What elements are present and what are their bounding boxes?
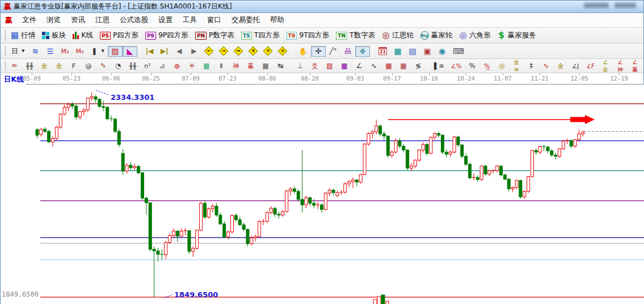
calculator-button[interactable]: ▦ bbox=[390, 46, 405, 57]
percent-tool[interactable]: % bbox=[465, 61, 479, 71]
go-first-button[interactable]: |◀ bbox=[142, 46, 157, 57]
candle-style-selector[interactable]: ❚▼ bbox=[87, 46, 107, 57]
red-grid-tool[interactable]: ▦ bbox=[381, 61, 396, 71]
gold-line2-tool[interactable]: 金 bbox=[553, 61, 568, 71]
shen-angle-tool[interactable]: ∠神 bbox=[613, 57, 628, 75]
volume-histogram-icon[interactable]: ◣ bbox=[123, 46, 137, 57]
structure-tool[interactable]: 品 bbox=[340, 46, 355, 57]
menu-item-window[interactable]: 窗口 bbox=[202, 14, 226, 27]
toolbar-grip[interactable] bbox=[3, 61, 6, 71]
toolbar-grip[interactable] bbox=[3, 30, 6, 41]
shen-grid-tool[interactable]: 神 bbox=[229, 61, 243, 71]
mark-tool[interactable]: Ⅱ bbox=[214, 61, 229, 71]
draw-pencil-tool[interactable]: ✏ bbox=[7, 61, 22, 71]
menu-item-news[interactable]: 资讯 bbox=[66, 14, 90, 27]
percent-slash-tool[interactable]: ∠% bbox=[448, 61, 465, 71]
p-number-table-button[interactable]: PNP数字表 bbox=[192, 29, 238, 42]
save-button[interactable]: ▣ bbox=[420, 46, 435, 57]
info-panel-icon[interactable]: ☰ bbox=[43, 46, 57, 57]
menu-item-help[interactable]: 帮助 bbox=[265, 14, 289, 27]
p9-square-button[interactable]: P99P四方形 bbox=[142, 29, 192, 42]
zoom-in-button[interactable]: ✛ bbox=[260, 46, 275, 56]
chart9-icon[interactable]: M₉ bbox=[72, 46, 87, 57]
j-angle-tool[interactable]: ∠J bbox=[568, 61, 583, 71]
zigzag-tool[interactable]: ∿ bbox=[367, 61, 381, 71]
menu-item-settings[interactable]: 设置 bbox=[153, 14, 178, 27]
p-square-button[interactable]: PSP四方形 bbox=[96, 29, 142, 42]
pan-both-button[interactable]: ↔ bbox=[231, 46, 246, 56]
hist-levels-tool[interactable]: ▌≡ bbox=[431, 61, 448, 71]
menu-item-browse[interactable]: 浏览 bbox=[41, 14, 66, 27]
toolbar-grip[interactable] bbox=[3, 46, 6, 56]
gann-fan-red-tool[interactable]: 爻 bbox=[308, 61, 322, 71]
n-square-tool[interactable]: n² bbox=[140, 61, 155, 71]
t-number-table-button[interactable]: TNT数字表 bbox=[332, 29, 378, 42]
span-measure-tool[interactable]: ↹ bbox=[273, 61, 288, 71]
gold-angle-tool[interactable]: ∠金 bbox=[598, 57, 613, 75]
protractor-tool[interactable]: ✎ bbox=[96, 61, 111, 71]
calendar-button[interactable]: 21 bbox=[375, 45, 390, 57]
gann-wheel-button[interactable]: ◎江恩轮 bbox=[378, 29, 417, 42]
hand-drag-tool[interactable]: ✋ bbox=[295, 46, 311, 57]
map-icon[interactable]: ▨ bbox=[108, 46, 123, 57]
f-angle-tool[interactable]: ∠F bbox=[583, 61, 598, 71]
spiral-tool[interactable]: @ bbox=[81, 61, 96, 71]
time-ruler-tool[interactable]: ╫╫ bbox=[125, 61, 140, 71]
p-number-table-button-label: P数字表 bbox=[209, 31, 234, 40]
chart-canvas[interactable]: 2334.33011849.65001849.6500 bbox=[1, 85, 644, 304]
parallel-lines-tool[interactable]: ≶ bbox=[411, 61, 426, 71]
winner-wheel-button[interactable]: Big赢家轮 bbox=[417, 29, 456, 42]
menu-item-formula-picker[interactable]: 公式选股 bbox=[115, 14, 153, 27]
pan-right-button[interactable]: → bbox=[216, 46, 231, 56]
radial-circle-tool[interactable]: ✳ bbox=[184, 61, 199, 71]
circle-ruler-tool[interactable]: ◔ bbox=[111, 61, 125, 71]
gann-fan-small-tool[interactable]: ⊿ bbox=[155, 61, 170, 71]
gold-grid2-tool[interactable]: 金 bbox=[52, 61, 66, 71]
t9-square-button[interactable]: T99T四方形 bbox=[283, 29, 333, 42]
sector-button[interactable]: 板块 bbox=[39, 29, 69, 42]
period-selector[interactable]: 日▼ bbox=[7, 46, 28, 57]
grid-circle-tool[interactable]: ▩ bbox=[199, 61, 214, 71]
zoom-out-button[interactable]: ✢ bbox=[275, 46, 290, 56]
pan-left-button[interactable]: ← bbox=[201, 46, 216, 56]
next-bar-button[interactable]: ▶ bbox=[187, 46, 201, 57]
gold-grid-tool[interactable]: 金 bbox=[37, 61, 52, 71]
prev-bar-button[interactable]: ◀ bbox=[172, 46, 187, 57]
gold-levels-tool[interactable]: 金≡ bbox=[509, 57, 524, 75]
go-last-button[interactable]: ▶| bbox=[157, 46, 172, 57]
red-grid2-tool[interactable]: ▦ bbox=[396, 61, 411, 71]
price-ruler-tool[interactable]: ╫╫ bbox=[22, 61, 37, 71]
quote-button[interactable]: ▦行情 bbox=[7, 29, 39, 42]
winner-service-button[interactable]: $赢家服务 bbox=[494, 29, 540, 42]
fan-box-tool[interactable]: ▨ bbox=[322, 61, 337, 71]
fan-box2-tool[interactable]: ▩ bbox=[337, 61, 352, 71]
crosshair-tool[interactable]: ✛ bbox=[311, 46, 326, 57]
trendline-tool[interactable]: ╱° bbox=[326, 46, 340, 57]
ying-angle-tool[interactable]: ∠赢 bbox=[628, 57, 642, 75]
kline-button[interactable]: K线 bbox=[69, 29, 96, 42]
menu-item-trade[interactable]: 交易委托 bbox=[226, 14, 265, 27]
notes-button[interactable]: ▤ bbox=[405, 46, 420, 57]
t-square-button[interactable]: TST四方形 bbox=[238, 29, 283, 42]
smart-analysis-tool[interactable]: ❉ bbox=[355, 46, 370, 57]
wave-line-tool[interactable]: ∿ bbox=[538, 61, 553, 71]
gold-circle-line-tool[interactable]: ◎ bbox=[494, 61, 509, 71]
f-grid-tool[interactable]: F bbox=[66, 61, 81, 71]
zoom-reset-button[interactable]: × bbox=[246, 46, 260, 56]
ying-grid-tool[interactable]: 赢 bbox=[243, 61, 258, 71]
remote-pc-button[interactable]: ⌨ bbox=[449, 46, 468, 57]
chart3-icon[interactable]: M₃ bbox=[57, 46, 72, 57]
menu-item-gann[interactable]: 江恩 bbox=[90, 14, 115, 27]
percent-line-tool[interactable]: %̲ bbox=[479, 61, 494, 71]
candlestick-chart[interactable]: 2334.33011849.65001849.6500 bbox=[1, 85, 644, 304]
menu-item-tools[interactable]: 工具 bbox=[178, 14, 202, 27]
circle-cross-tool[interactable]: ⊕ bbox=[170, 61, 184, 71]
support-line-tool[interactable]: ⊥ bbox=[293, 61, 308, 71]
export-web-button[interactable]: ◉ bbox=[435, 46, 449, 57]
menu-item-file[interactable]: 文件 bbox=[17, 14, 41, 27]
angle-lines-tool[interactable]: ∠ bbox=[352, 61, 367, 71]
brush-tool[interactable]: ‡ bbox=[524, 61, 538, 71]
hexagon-button[interactable]: ◎六角形 bbox=[456, 29, 494, 42]
grid-123-tool[interactable]: ▦ bbox=[258, 61, 273, 71]
overlay-chart-icon[interactable]: ≋ bbox=[28, 46, 43, 57]
